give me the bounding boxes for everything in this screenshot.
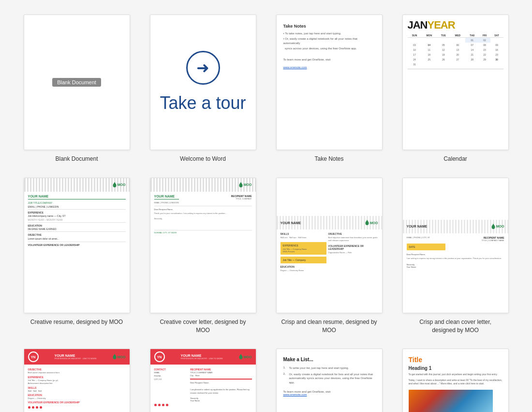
crisp-cover-name: YOUR NAME xyxy=(407,225,428,228)
polished-initials: YN xyxy=(28,351,39,362)
template-tour[interactable]: ➜ Take a tour Welcome to Word xyxy=(146,15,260,163)
crisp-resume-thumb[interactable]: YOUR NAME MOO SKILLS Skill one · Skill t… xyxy=(276,178,383,313)
crisp-cover-date: DATE xyxy=(409,245,443,248)
pol-skills-title: SKILLS xyxy=(28,386,126,389)
template-calendar[interactable]: JANYEAR SUN MON TUE WED THU FRI SAT xyxy=(398,15,513,163)
cal-cell: 16 xyxy=(490,47,503,52)
template-creative-cover[interactable]: MOO YOUR NAME EMAIL | PHONE | LINKEDIN R… xyxy=(146,178,260,335)
template-polished-resume[interactable]: YN YOUR NAME PROFESSION OR INDUSTRY · LI… xyxy=(19,349,134,412)
moo-objective-text: Lorem ipsum dolor sit amet... xyxy=(28,237,126,241)
pol-cov-recip-info: TITLE | COMPANY NAMECity · State xyxy=(190,371,251,377)
crisp-header: YOUR NAME MOO xyxy=(277,216,382,229)
crisp-exp2-text: Job Title — Company xyxy=(283,259,324,261)
blank-template-label: Blank Document xyxy=(55,155,98,163)
template-grid: Blank Document Blank Document ➜ Take a t… xyxy=(19,15,513,412)
notes-line-3: syncs across your devices, using the fre… xyxy=(283,46,357,50)
crisp-obj-title: OBJECTIVE xyxy=(328,232,378,235)
make-list-thumb[interactable]: Make a List... 1. To write your list, ju… xyxy=(276,349,383,412)
cal-divider xyxy=(408,69,503,69)
blank-thumb[interactable]: Blank Document xyxy=(24,15,130,150)
polished-cover-dot-1 xyxy=(154,404,157,406)
tour-arrow-icon: ➜ xyxy=(186,51,220,85)
cal-day-wed: WED xyxy=(450,33,466,38)
template-journal[interactable]: Title Heading 1 To get started with this… xyxy=(398,349,513,412)
crisp-cover-sign: Sincerely,Your Name xyxy=(407,263,504,268)
blank-label: Blank Document xyxy=(52,78,101,87)
cal-cell: 10 xyxy=(408,47,422,52)
journal-thumb[interactable]: Title Heading 1 To get started with this… xyxy=(402,349,509,412)
list-row-2: 2. Or, easily create a digital notebook … xyxy=(283,372,375,384)
moo-cover-header: MOO xyxy=(150,178,256,192)
cal-cell: 17 xyxy=(408,52,422,57)
moo-experience-title: EXPERIENCE xyxy=(28,211,126,214)
tour-template-label: Welcome to Word xyxy=(180,155,226,163)
pol-cov-contact-title: CONTACT xyxy=(154,368,189,371)
cal-cell xyxy=(437,38,450,43)
cal-cell: 26 xyxy=(437,57,450,62)
polished-resume-thumb[interactable]: YN YOUR NAME PROFESSION OR INDUSTRY · LI… xyxy=(24,349,130,412)
list-text-1: To write your list, just tap here and st… xyxy=(289,366,349,370)
moo-cover-logo-text: MOO xyxy=(244,183,252,186)
journal-body-text: Today, I want to share a description and… xyxy=(409,379,502,386)
cal-cell: 02 xyxy=(479,38,490,43)
crisp-cover-drop-icon xyxy=(491,224,495,229)
moo-cover-footer-line xyxy=(154,230,252,230)
polished-logo-text: MOO xyxy=(118,355,126,359)
pol-skills-text: Skill · Skill · Skill xyxy=(28,390,126,393)
notes-link: www.onenote.com xyxy=(283,66,307,69)
creative-resume-thumb[interactable]: MOO YOUR NAME JOB TITLE/COMPANY EMAIL | … xyxy=(24,178,130,313)
template-notes[interactable]: Take Notes • To take notes, just tap her… xyxy=(272,15,386,163)
moo-divider4 xyxy=(28,242,126,242)
moo-logo-text: MOO xyxy=(118,183,126,186)
moo-resume-name: YOUR NAME xyxy=(28,195,126,199)
cal-cell: 04 xyxy=(421,43,437,47)
cal-day-thu: THU xyxy=(465,33,479,38)
cal-cell: 19 xyxy=(437,52,450,57)
polished-cover-initials: YN xyxy=(154,351,165,362)
cal-cell: 28 xyxy=(465,57,479,62)
template-creative-resume[interactable]: MOO YOUR NAME JOB TITLE/COMPANY EMAIL | … xyxy=(19,178,134,335)
cal-cell: 18 xyxy=(421,52,437,57)
moo-divider xyxy=(28,209,126,210)
crisp-cover-thumb[interactable]: YOUR NAME MOO EMAIL | PHONE | CITY, ST R… xyxy=(402,178,509,313)
journal-intro-text: To get started with this journal, just c… xyxy=(409,373,498,377)
polished-moo-logo: MOO xyxy=(113,354,126,360)
svg-marker-1 xyxy=(113,182,116,184)
crisp-yellow-box2: Job Title — Company xyxy=(281,257,326,263)
template-make-list[interactable]: Make a List... 1. To write your list, ju… xyxy=(272,349,386,412)
pol-edu-text: Degree — University xyxy=(28,397,126,400)
svg-marker-11 xyxy=(239,354,242,356)
crisp-drop-icon xyxy=(365,220,369,226)
cal-cell: 13 xyxy=(450,47,466,52)
pol-cov-contact-text: EMAILPHONECITY, ST xyxy=(154,371,189,381)
list-text-2: Or, easily create a digital notebook for… xyxy=(289,372,375,384)
moo-resume-body: YOUR NAME JOB TITLE/COMPANY EMAIL | PHON… xyxy=(24,192,130,313)
tour-thumb[interactable]: ➜ Take a tour xyxy=(150,15,256,150)
notes-thumb[interactable]: Take Notes • To take notes, just tap her… xyxy=(276,15,383,150)
polished-cover-header: YN YOUR NAME PROFESSION OR INDUSTRY · LI… xyxy=(150,349,256,365)
template-blank[interactable]: Blank Document Blank Document xyxy=(19,15,134,163)
template-crisp-cover[interactable]: YOUR NAME MOO EMAIL | PHONE | CITY, ST R… xyxy=(398,178,513,335)
template-polished-cover[interactable]: YN YOUR NAME PROFESSION OR INDUSTRY · LI… xyxy=(146,349,260,412)
crisp-cover-contact: EMAIL | PHONE | CITY, ST xyxy=(407,236,430,242)
polished-cover-thumb[interactable]: YN YOUR NAME PROFESSION OR INDUSTRY · LI… xyxy=(150,349,256,412)
pol-obj-title: OBJECTIVE xyxy=(28,368,126,371)
crisp-cover-letter-text: I am writing to express my strong intere… xyxy=(407,257,504,260)
template-crisp-resume[interactable]: YOUR NAME MOO SKILLS Skill one · Skill t… xyxy=(272,178,386,335)
crisp-cover-header: YOUR NAME MOO xyxy=(403,220,508,233)
cal-cell: 06 xyxy=(450,43,466,47)
polished-cover-drop-icon xyxy=(239,354,243,360)
polished-dot-2 xyxy=(32,406,34,409)
crisp-cover-greeting: Dear Recipient Name, xyxy=(407,253,504,257)
journal-image xyxy=(409,390,493,412)
crisp-yellow-text: EXPERIENCE xyxy=(283,244,324,247)
cal-cell: 07 xyxy=(465,43,479,47)
calendar-thumb[interactable]: JANYEAR SUN MON TUE WED THU FRI SAT xyxy=(402,15,509,150)
moo-divider3 xyxy=(28,231,126,232)
creative-cover-label: Creative cover letter, designed by MOO xyxy=(155,318,251,335)
cal-cell: 25 xyxy=(421,57,437,62)
cal-cell xyxy=(421,62,503,67)
polished-cover-right: RECIPIENT NAME TITLE | COMPANY NAMECity … xyxy=(190,367,251,401)
cal-day-sun: SUN xyxy=(408,33,422,38)
creative-cover-thumb[interactable]: MOO YOUR NAME EMAIL | PHONE | LINKEDIN R… xyxy=(150,178,256,313)
